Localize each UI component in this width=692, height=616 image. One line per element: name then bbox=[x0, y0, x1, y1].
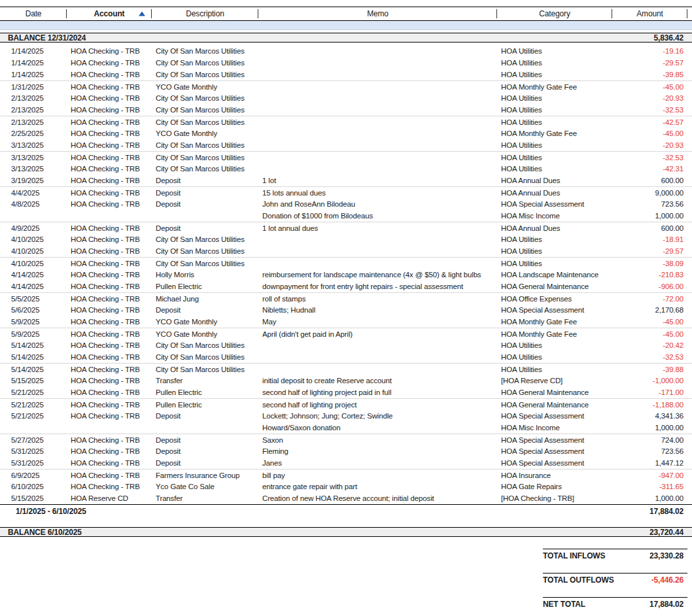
transaction-row[interactable]: 6/10/2025HOA Checking - TRBYco Gate Co S… bbox=[0, 481, 692, 492]
cell-date: 5/14/2025 bbox=[0, 353, 67, 361]
transaction-row[interactable]: 5/14/2025HOA Checking - TRBCity Of San M… bbox=[0, 363, 692, 375]
cell-account: HOA Checking - TRB bbox=[67, 353, 152, 361]
cell-category: HOA Utilities bbox=[497, 366, 612, 373]
transaction-row[interactable]: 4/14/2025HOA Checking - TRBPullen Electr… bbox=[0, 281, 692, 292]
cell-memo: second half of lighting project paid in … bbox=[258, 388, 497, 396]
transaction-row[interactable]: 3/13/2025HOA Checking - TRBCity Of San M… bbox=[0, 139, 692, 151]
cell-category: HOA Utilities bbox=[497, 235, 612, 243]
cell-date: 5/15/2025 bbox=[0, 377, 67, 385]
transaction-row[interactable]: 2/13/2025HOA Checking - TRBCity Of San M… bbox=[0, 92, 692, 104]
cell-memo: second half of lighting project bbox=[258, 401, 497, 409]
cell-memo: Lockett; Johnson; Jung; Cortez; Swindle bbox=[258, 412, 497, 420]
cell-amount: -38.09 bbox=[612, 260, 687, 267]
transaction-row[interactable]: 1/31/2025HOA Checking - TRBYCO Gate Mont… bbox=[0, 80, 692, 92]
cell-account: HOA Checking - TRB bbox=[67, 318, 152, 326]
transaction-row[interactable]: 5/14/2025HOA Checking - TRBCity Of San M… bbox=[0, 351, 692, 363]
selected-empty-row[interactable] bbox=[0, 21, 692, 30]
cell-description: Deposit bbox=[152, 200, 258, 208]
cell-category: HOA Misc Income bbox=[497, 212, 612, 220]
cell-amount: -29.57 bbox=[612, 59, 687, 67]
cell-date: 5/31/2025 bbox=[0, 459, 67, 467]
transaction-row[interactable]: 1/14/2025HOA Checking - TRBCity Of San M… bbox=[0, 69, 692, 80]
cell-account: HOA Checking - TRB bbox=[67, 471, 152, 479]
cell-memo: Nibletts; Hudnall bbox=[258, 306, 497, 314]
transaction-row[interactable]: 5/27/2025HOA Checking - TRBDepositSaxonH… bbox=[0, 434, 692, 445]
transaction-row[interactable]: 4/10/2025HOA Checking - TRBCity Of San M… bbox=[0, 257, 692, 269]
cell-memo: Fleming bbox=[258, 447, 497, 455]
transaction-row[interactable]: 4/8/2025HOA Checking - TRBDepositJohn an… bbox=[0, 198, 692, 210]
cell-category: HOA Utilities bbox=[497, 141, 612, 149]
cell-memo: 1 lot annual dues bbox=[258, 224, 497, 232]
transaction-row[interactable]: 4/9/2025HOA Checking - TRBDeposit1 lot a… bbox=[0, 222, 692, 233]
transaction-row[interactable]: 5/31/2025HOA Checking - TRBDepositFlemin… bbox=[0, 445, 692, 457]
cell-description: Deposit bbox=[152, 447, 258, 455]
transaction-row[interactable]: 3/13/2025HOA Checking - TRBCity Of San M… bbox=[0, 151, 692, 163]
cell-date: 3/13/2025 bbox=[0, 165, 67, 173]
cell-category: HOA Annual Dues bbox=[497, 177, 612, 184]
transaction-row[interactable]: 5/9/2025HOA Checking - TRBYCO Gate Month… bbox=[0, 328, 692, 339]
cell-account: HOA Checking - TRB bbox=[67, 189, 152, 197]
cell-account: HOA Checking - TRB bbox=[67, 459, 152, 467]
transaction-row[interactable]: 5/21/2025HOA Checking - TRBDepositLocket… bbox=[0, 410, 692, 422]
transaction-row[interactable]: 5/31/2025HOA Checking - TRBDepositJanesH… bbox=[0, 457, 692, 469]
transaction-row[interactable]: 5/9/2025HOA Checking - TRBYCO Gate Month… bbox=[0, 316, 692, 328]
transaction-row[interactable]: 2/13/2025HOA Checking - TRBCity Of San M… bbox=[0, 116, 692, 128]
cell-amount: 600.00 bbox=[612, 224, 687, 232]
cell-description: City Of San Marcos Utilities bbox=[152, 154, 258, 162]
cell-amount: 600.00 bbox=[612, 177, 687, 184]
cell-memo: Creation of new HOA Reserve account; ini… bbox=[258, 494, 497, 502]
transaction-row[interactable]: 1/14/2025HOA Checking - TRBCity Of San M… bbox=[0, 45, 692, 57]
cell-amount: 723.56 bbox=[612, 447, 687, 455]
cell-amount: -171.00 bbox=[612, 388, 687, 396]
cell-category: HOA Utilities bbox=[497, 165, 612, 173]
column-header-memo[interactable]: Memo bbox=[258, 7, 497, 20]
column-header-amount[interactable]: Amount bbox=[612, 7, 687, 20]
transaction-row[interactable]: Donation of $1000 from BilodeausHOA Misc… bbox=[0, 210, 692, 222]
cell-category: HOA Landscape Maintenance bbox=[497, 271, 612, 279]
cell-amount: -20.93 bbox=[612, 94, 687, 102]
transaction-row[interactable]: 5/5/2025HOA Checking - TRBMichael Jungro… bbox=[0, 292, 692, 304]
cell-amount: -39.88 bbox=[612, 366, 687, 373]
cell-account: HOA Checking - TRB bbox=[67, 330, 152, 338]
transaction-row[interactable]: 6/9/2025HOA Checking - TRBFarmers Insura… bbox=[0, 469, 692, 481]
cell-amount: -906.00 bbox=[612, 282, 687, 290]
transaction-row[interactable]: 1/14/2025HOA Checking - TRBCity Of San M… bbox=[0, 57, 692, 69]
cell-description: Holly Morris bbox=[152, 271, 258, 279]
cell-date: 5/21/2025 bbox=[0, 412, 67, 420]
column-header-account[interactable]: Account bbox=[67, 7, 152, 20]
cell-account: HOA Checking - TRB bbox=[67, 341, 152, 349]
cell-description: Deposit bbox=[152, 412, 258, 420]
transaction-row[interactable]: 4/10/2025HOA Checking - TRBCity Of San M… bbox=[0, 245, 692, 257]
transaction-row[interactable]: 5/21/2025HOA Checking - TRBPullen Electr… bbox=[0, 386, 692, 398]
cell-memo: John and RoseAnn Bilodeau bbox=[258, 200, 497, 208]
transaction-row[interactable]: 4/4/2025HOA Checking - TRBDeposit15 lots… bbox=[0, 186, 692, 198]
cell-description: Deposit bbox=[152, 177, 258, 184]
transaction-row[interactable]: Howard/Saxon donationHOA Misc Income1,00… bbox=[0, 422, 692, 434]
cell-date: 5/14/2025 bbox=[0, 341, 67, 349]
transaction-row[interactable]: 5/15/2025HOA Reserve CDTransferCreation … bbox=[0, 492, 692, 504]
column-header-description[interactable]: Description bbox=[152, 7, 258, 20]
transaction-row[interactable]: 5/6/2025HOA Checking - TRBDepositNiblett… bbox=[0, 304, 692, 316]
cell-category: HOA General Maintenance bbox=[497, 388, 612, 396]
cell-category: HOA Monthly Gate Fee bbox=[497, 83, 612, 91]
transaction-row[interactable]: 5/14/2025HOA Checking - TRBCity Of San M… bbox=[0, 339, 692, 351]
transaction-row[interactable]: 4/10/2025HOA Checking - TRBCity Of San M… bbox=[0, 233, 692, 245]
cell-date: 1/14/2025 bbox=[0, 71, 67, 78]
transaction-row[interactable]: 2/13/2025HOA Checking - TRBCity Of San M… bbox=[0, 104, 692, 116]
column-header-date[interactable]: Date bbox=[0, 7, 67, 20]
cell-date: 4/14/2025 bbox=[0, 271, 67, 279]
cell-account: HOA Checking - TRB bbox=[67, 94, 152, 102]
cell-amount: 1,000.00 bbox=[612, 212, 687, 220]
opening-balance-label: BALANCE 12/31/2024 bbox=[0, 33, 86, 43]
transaction-row[interactable]: 2/25/2025HOA Checking - TRBYCO Gate Mont… bbox=[0, 128, 692, 139]
transaction-row[interactable]: 3/13/2025HOA Checking - TRBCity Of San M… bbox=[0, 163, 692, 175]
cell-description: Michael Jung bbox=[152, 295, 258, 303]
transaction-row[interactable]: 4/14/2025HOA Checking - TRBHolly Morrisr… bbox=[0, 269, 692, 281]
column-header-category[interactable]: Category bbox=[497, 7, 612, 20]
transaction-row[interactable]: 3/19/2025HOA Checking - TRBDeposit1 lotH… bbox=[0, 175, 692, 186]
transaction-row[interactable]: 5/15/2025HOA Checking - TRBTransferiniti… bbox=[0, 375, 692, 386]
cell-category: HOA Special Assessment bbox=[497, 436, 612, 444]
transaction-row[interactable]: 5/21/2025HOA Checking - TRBPullen Electr… bbox=[0, 398, 692, 410]
cell-description: Pullen Electric bbox=[152, 282, 258, 290]
closing-balance-amount: 23,720.44 bbox=[649, 528, 692, 537]
